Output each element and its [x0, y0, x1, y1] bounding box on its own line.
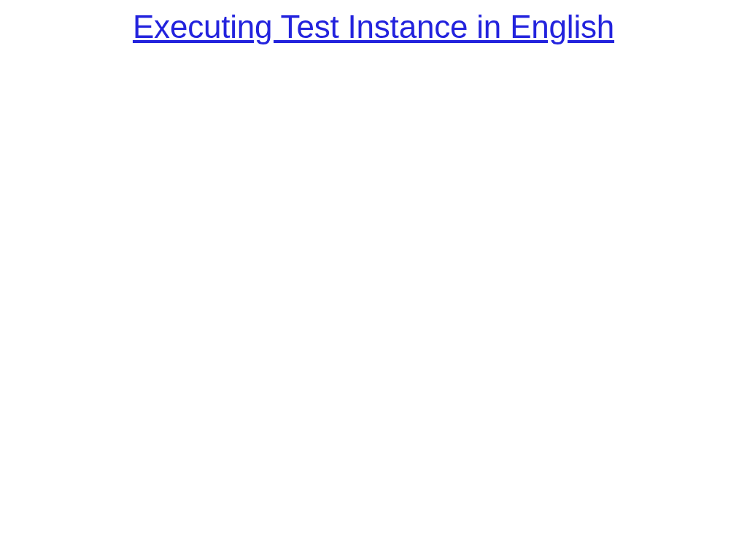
slide-container: Executing Test Instance in English	[0, 0, 747, 560]
slide-title: Executing Test Instance in English	[0, 9, 747, 45]
